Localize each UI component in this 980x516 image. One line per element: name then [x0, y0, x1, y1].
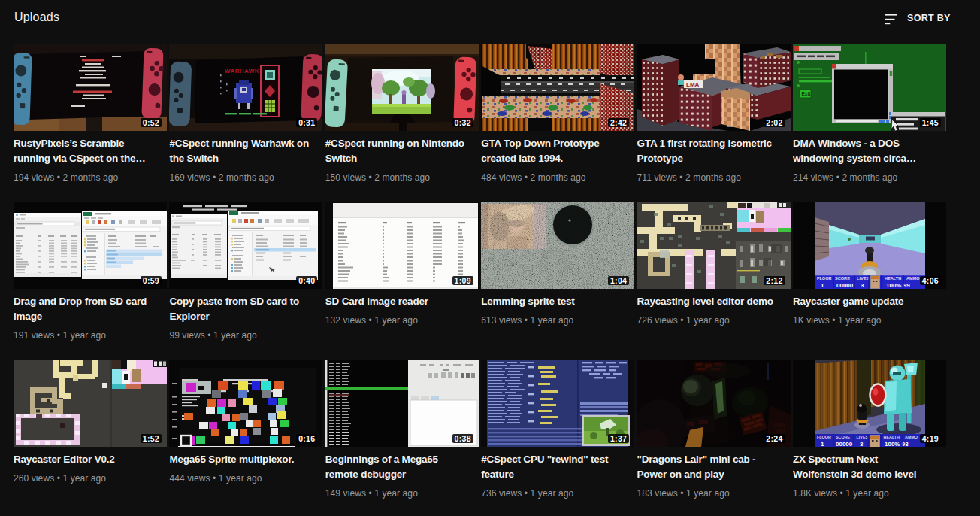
svg-text:3: 3	[861, 282, 864, 289]
svg-text:HEALTH: HEALTH	[883, 435, 900, 439]
svg-text:AMMO: AMMO	[905, 435, 918, 439]
svg-text:Exit: Exit	[801, 91, 811, 96]
svg-text:LMA: LMA	[686, 81, 700, 88]
svg-text:WARHAWK: WARHAWK	[225, 68, 259, 74]
svg-text:AMMO: AMMO	[906, 276, 920, 281]
svg-text:FLOOR: FLOOR	[817, 435, 831, 439]
svg-text:FLOOR: FLOOR	[817, 276, 832, 281]
svg-text:00000: 00000	[836, 282, 854, 289]
svg-text:100% 99: 100% 99	[886, 282, 910, 289]
svg-text:SCORE: SCORE	[835, 276, 850, 281]
svg-text:SCORE: SCORE	[836, 435, 851, 439]
svg-text:100% 93: 100% 93	[885, 441, 909, 447]
svg-text:LIVES: LIVES	[857, 276, 869, 281]
svg-text:3: 3	[860, 441, 864, 447]
svg-text:1: 1	[821, 282, 824, 289]
svg-text:HEALTH: HEALTH	[885, 276, 901, 281]
svg-text:1: 1	[821, 441, 824, 447]
svg-text:00000: 00000	[836, 441, 853, 447]
svg-text:LIVES: LIVES	[856, 435, 868, 439]
